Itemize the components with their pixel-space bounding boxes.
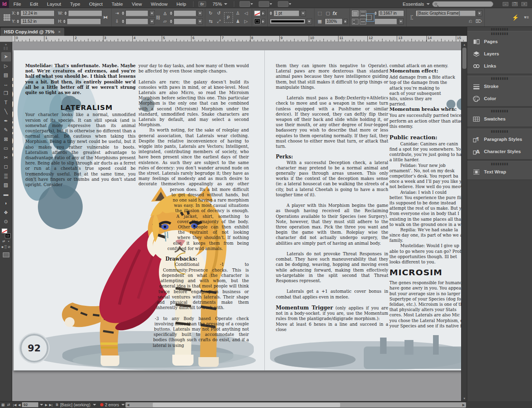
zoom-tool[interactable]: ⊙ [1,217,11,226]
page-number-field[interactable]: 92 [22,402,38,407]
search-input[interactable] [432,1,493,7]
panel-character-styles[interactable]: Character Styles [467,145,532,158]
errors-dropdown[interactable] [121,404,125,406]
select-content-button[interactable]: ♙ [235,10,242,17]
pencil-tool[interactable]: ✎ [1,125,11,135]
menu-item[interactable]: File [9,0,26,8]
pen-tool[interactable]: ✒ [1,116,11,126]
scale-x-stepper[interactable] [122,11,124,15]
panel-swatches[interactable]: Swatches [467,113,532,125]
panel-paragraph-styles[interactable]: Paragraph Styles [467,133,532,145]
wrap-to-dropdown[interactable] [374,18,397,24]
stroke-style-arrow[interactable] [307,18,312,24]
close-tab-icon[interactable]: × [58,29,60,34]
menu-item[interactable]: Help [172,0,191,8]
selection-tool[interactable]: ➤ [1,52,11,61]
reference-point-proxy[interactable] [4,14,10,21]
stroke-style-dropdown[interactable] [270,19,306,24]
h-stepper[interactable] [63,20,66,23]
frame-fitting-button[interactable]: ⣏ [409,14,415,21]
scroll-down-icon[interactable]: ▼ [462,396,467,401]
select-parent-button[interactable]: ♟ [235,18,242,25]
rotate-90-cw-button[interactable]: ↻ [207,10,214,17]
scroll-left-icon[interactable]: ◀ [125,402,130,408]
next-page-button[interactable]: ▶ [45,403,47,407]
horizontal-scroll-thumb[interactable] [153,403,340,407]
minimize-button[interactable]: – [503,2,508,6]
preflight-profile[interactable]: [Basic] (working) [60,403,90,407]
object-style-arrow[interactable] [477,10,482,16]
panel-menu-button[interactable]: ▾≡ [523,14,530,21]
opacity-field[interactable]: 100% [325,18,343,24]
flip-horizontal-button[interactable]: ⇆ [207,18,214,25]
scissors-tool[interactable]: ✂ [1,153,11,162]
select-previous-object-button[interactable]: ◁ [243,10,250,17]
rotation-stepper[interactable] [170,11,172,15]
last-page-button[interactable]: ▶| [49,403,53,407]
panel-group-gripper-icon[interactable]: ▮▮▮▮▮▮▮▮ [467,162,532,166]
ruler-origin[interactable] [0,36,12,42]
type-tool[interactable]: T [1,98,11,107]
document-tab[interactable]: HSD Copy.indd @ 75% × [0,27,65,36]
stroke-weight-dropdown[interactable] [301,10,306,16]
view-options-dropdown[interactable] [240,1,250,7]
panel-stroke[interactable]: Stroke [467,80,532,92]
fill-dropdown[interactable] [262,11,265,16]
rotation-angle-field[interactable] [174,10,196,16]
x-stepper[interactable] [17,11,19,15]
vertical-scroll-thumb[interactable] [462,48,466,69]
break-link-style-button[interactable]: ⌦ [475,18,482,25]
scale-y-field[interactable] [125,18,148,24]
y-stepper[interactable] [17,20,19,23]
menu-item[interactable]: View [128,0,147,8]
shear-stepper[interactable] [170,20,172,23]
link-scale-icon[interactable]: ⛓ [155,14,162,21]
opacity-dropdown[interactable] [344,19,347,24]
rotate-90-ccw-button[interactable]: ↺ [215,10,222,17]
rectangle-tool[interactable]: ▭ [1,144,11,153]
fill-none-swatch[interactable] [2,228,7,233]
x-position-field[interactable]: 12.24 in [20,10,55,16]
vertical-scrollbar[interactable]: ▲ ▼ [461,42,467,401]
page-list-dropdown[interactable] [40,404,43,406]
page-tool[interactable]: ▤ [1,70,11,80]
panel-group-gripper-icon[interactable]: ▮▮▮▮▮▮▮▮ [467,76,532,80]
swap-fill-stroke[interactable]: ⇄▪ [1,239,11,244]
panel-group-gripper-icon[interactable]: ▮▮▮▮▮▮▮▮ [467,31,532,35]
eyedropper-tool[interactable]: ◗ [1,199,11,208]
wrap-around-bounding-box-button[interactable] [360,11,366,16]
rectangle-frame-tool[interactable]: ⊠ [1,135,11,144]
panel-color[interactable]: Color [467,92,532,105]
fill-stroke-indicator[interactable] [1,228,11,239]
w-stepper[interactable] [64,11,67,15]
menu-item[interactable]: Window [146,0,172,8]
menu-item[interactable]: Object [85,0,107,8]
line-tool[interactable]: ╲ [1,107,11,116]
scale-x-dropdown[interactable] [149,10,155,16]
panel-group-gripper-icon[interactable]: ▮▮▮▮▮▮▮▮ [467,109,532,113]
menu-item[interactable]: Layout [42,0,66,8]
screen-mode-dropdown[interactable] [259,1,269,7]
wrap-to-arrow[interactable] [398,18,404,24]
preflight-panel-icon[interactable]: ▦ [0,403,6,407]
fill-swatch-none[interactable] [254,11,260,16]
dock-gripper-icon[interactable]: ▮▮▮▮▮▮▮▮ [467,27,532,31]
effects-button[interactable]: fx [333,11,337,16]
stroke-color-swatch[interactable] [5,233,11,238]
gap-tool[interactable]: ↔ [1,80,11,89]
workspace-switcher[interactable]: Essentials [403,2,424,7]
scroll-up-icon[interactable]: ▲ [462,42,467,47]
stroke-dropdown[interactable] [262,19,265,24]
collapse-panel-icon[interactable]: » [5,43,7,47]
stroke-weight-field[interactable]: 1 pt [273,10,299,16]
wrap-offset-stepper[interactable] [374,11,377,15]
document-canvas[interactable]: MORPHISM [12,42,461,401]
stroke-weight-stepper[interactable] [270,11,272,15]
corner-options-button[interactable]: ⬚ [317,10,323,17]
sync-icon[interactable]: ⇄ [6,403,12,407]
stroke-swatch[interactable] [254,19,260,24]
horizontal-ruler[interactable]: 0123456789101112131415 [12,36,467,42]
no-text-wrap-button[interactable] [352,11,358,16]
menu-item[interactable]: Type [66,0,85,8]
panel-gripper-icon[interactable]: ⣿⣿ [3,47,8,51]
